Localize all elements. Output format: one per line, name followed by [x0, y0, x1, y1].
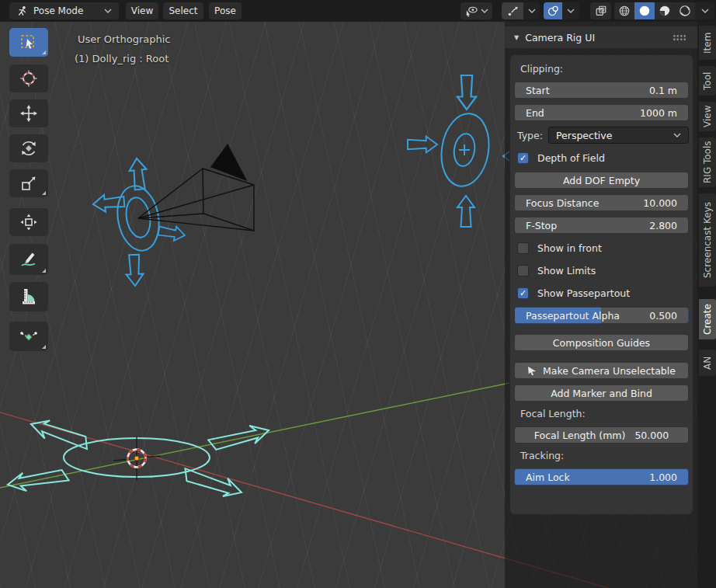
slider-label: Passepartout Alpha	[526, 310, 620, 322]
viewport-header: Pose Mode View Select Pose	[0, 0, 716, 22]
toggle-xray-button[interactable]	[590, 2, 611, 19]
rotate-arcs-icon	[19, 138, 39, 158]
show-gizmo-toggle[interactable]	[502, 2, 523, 19]
mode-selector-label: Pose Mode	[33, 5, 83, 16]
slider-value: 0.1 m	[649, 85, 677, 96]
slider-label: F-Stop	[526, 220, 557, 231]
slider-value: 10.000	[643, 197, 677, 209]
slider-label: Start	[526, 85, 550, 96]
cursor-arrow-icon	[527, 366, 537, 376]
annotate-pen-icon	[19, 249, 39, 270]
scale-icon	[19, 173, 39, 193]
camera-type-dropdown[interactable]: Perspective	[548, 127, 689, 144]
move-arrows-icon	[19, 103, 39, 124]
gizmo-options-dropdown[interactable]	[523, 2, 540, 19]
button-label: Add DOF Empty	[563, 175, 640, 186]
tool-transform[interactable]	[9, 208, 48, 236]
tool-rotate[interactable]	[9, 134, 48, 162]
tool-annotate[interactable]	[9, 244, 48, 275]
mode-selector-dropdown[interactable]: Pose Mode	[9, 2, 119, 19]
checkbox-label: Show in front	[537, 242, 602, 254]
3d-cursor-icon	[19, 68, 39, 89]
checkbox-label: Show Passepartout	[537, 287, 630, 299]
checkbox-unchecked[interactable]	[517, 265, 529, 277]
sidebar-region: ▼ Camera Rig UI Clipping: Start 0.1 m En…	[505, 22, 697, 588]
overlays-circles-icon	[547, 5, 559, 17]
tool-cursor[interactable]	[9, 64, 48, 92]
tool-pose-breakdowner[interactable]	[9, 322, 48, 351]
view-name-label: User Orthographic	[78, 33, 170, 45]
button-add-marker-and-bind[interactable]: Add Marker and Bind	[514, 384, 689, 402]
armature-pose-icon	[16, 5, 28, 17]
chevron-down-icon	[701, 9, 709, 13]
slider-value: 2.800	[649, 220, 677, 231]
overlays-options-dropdown[interactable]	[562, 2, 579, 19]
tool-select-box[interactable]	[9, 28, 48, 57]
menu-select[interactable]: Select	[163, 2, 203, 19]
shading-wireframe-button[interactable]	[614, 2, 634, 19]
panel-header-camera-rig-ui[interactable]: ▼ Camera Rig UI	[505, 26, 697, 48]
slider-clip-start[interactable]: Start 0.1 m	[514, 82, 689, 99]
slider-label: Aim Lock	[526, 471, 570, 483]
row-camera-type: Type: Perspective	[514, 127, 689, 144]
panel-collapse-icon[interactable]: ▼	[514, 34, 519, 41]
chevron-down-icon	[104, 9, 112, 13]
tab-an[interactable]: AN	[699, 350, 716, 376]
tool-measure[interactable]	[9, 282, 48, 311]
slider-value: 50.000	[634, 430, 669, 441]
tab-item[interactable]: Item	[699, 26, 716, 60]
tab-screencast-keys[interactable]: Screencast Keys	[699, 193, 716, 287]
tab-create[interactable]: Create	[699, 299, 716, 339]
checkbox-row-depth-of-field[interactable]: ✓ Depth of Field	[514, 149, 689, 166]
slider-passepartout-alpha[interactable]: Passepartout Alpha 0.500	[514, 307, 689, 324]
shading-rendered-button[interactable]	[675, 2, 695, 19]
chevron-down-icon	[481, 9, 488, 13]
slider-label: Focus Distance	[526, 197, 599, 209]
shading-solid-button[interactable]	[634, 2, 655, 19]
slider-clip-end[interactable]: End 1000 m	[514, 104, 689, 121]
sidebar-tab-strip: Item Tool View RIG Tools Screencast Keys…	[697, 22, 716, 588]
tab-view[interactable]: View	[699, 102, 716, 131]
solid-sphere-icon	[638, 5, 651, 17]
button-make-camera-unselectable[interactable]: Make Camera Unselectable	[514, 362, 689, 379]
checkbox-checked[interactable]: ✓	[517, 287, 529, 299]
slider-label: Focal Length (mm)	[534, 430, 626, 441]
tool-scale[interactable]	[9, 169, 48, 197]
rendered-sphere-icon	[679, 5, 691, 17]
button-add-dof-empty[interactable]: Add DOF Empty	[514, 172, 689, 189]
checkbox-checked[interactable]: ✓	[517, 152, 529, 164]
chevron-down-icon	[567, 9, 575, 13]
checkbox-row-show-in-front[interactable]: Show in front	[514, 239, 689, 256]
slider-label: End	[526, 107, 544, 119]
button-composition-guides[interactable]: Composition Guides	[514, 334, 689, 351]
slider-focus-distance[interactable]: Focus Distance 10.000	[514, 194, 689, 211]
tab-tool[interactable]: Tool	[699, 66, 716, 96]
slider-value: 0.500	[649, 310, 677, 322]
tool-move[interactable]	[9, 99, 48, 127]
slider-aim-lock[interactable]: Aim Lock 1.000	[514, 468, 689, 485]
active-object-label: (1) Dolly_rig : Root	[75, 53, 169, 64]
tab-rig-tools[interactable]: RIG Tools	[699, 137, 716, 187]
panel-drag-handle-icon[interactable]	[673, 34, 686, 41]
section-label-clipping: Clipping:	[514, 62, 689, 76]
slider-focal-length-mm[interactable]: Focal Length (mm) 50.000	[514, 426, 689, 444]
wireframe-globe-icon	[618, 5, 631, 17]
slider-f-stop[interactable]: F-Stop 2.800	[514, 217, 689, 234]
panel-body: Clipping: Start 0.1 m End 1000 m Type: P…	[509, 54, 693, 515]
shading-options-dropdown[interactable]	[695, 2, 714, 19]
checkbox-row-show-passepartout[interactable]: ✓ Show Passepartout	[514, 284, 689, 301]
object-type-visibility-dropdown[interactable]	[461, 2, 492, 19]
material-sphere-icon	[659, 5, 671, 17]
transform-icon	[19, 212, 39, 232]
show-overlays-toggle[interactable]	[544, 2, 562, 19]
menu-view[interactable]: View	[126, 2, 158, 19]
slider-value: 1.000	[649, 471, 677, 483]
menu-pose[interactable]: Pose	[209, 2, 242, 19]
section-label-tracking: Tracking:	[514, 449, 689, 463]
section-label-focal-length: Focal Length:	[514, 407, 689, 421]
chevron-down-icon	[528, 9, 536, 13]
checkbox-label: Show Limits	[537, 265, 596, 277]
checkbox-row-show-limits[interactable]: Show Limits	[514, 262, 689, 279]
checkbox-unchecked[interactable]	[517, 242, 529, 254]
shading-material-button[interactable]	[655, 2, 675, 19]
